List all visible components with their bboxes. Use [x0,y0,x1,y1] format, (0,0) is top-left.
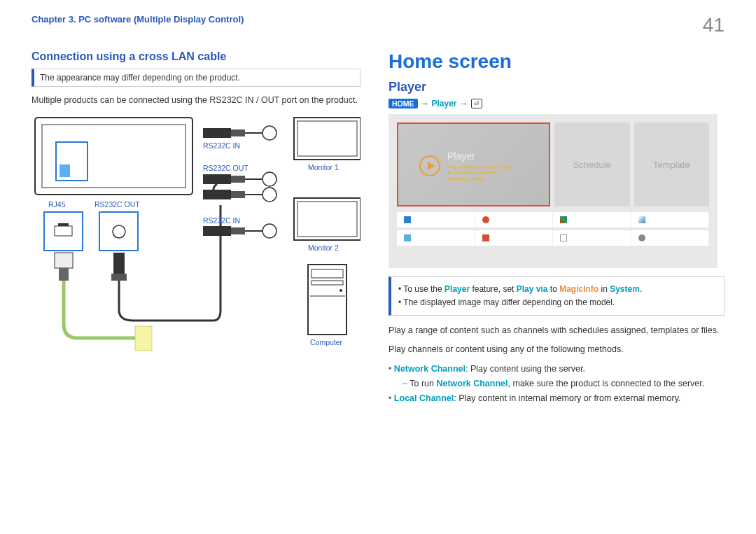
svg-point-38 [340,289,342,292]
home-button-icon: HOME [388,99,418,108]
svg-rect-32 [298,121,357,156]
player-tile: Player Play a variety of content, such a… [397,122,550,206]
connection-description: Multiple products can be connected using… [31,94,360,107]
icon-row-1 [397,212,709,227]
template-tile: Template [634,122,710,206]
svg-rect-35 [308,265,346,335]
svg-rect-6 [58,223,69,226]
player-note: • To use the Player feature, set Play vi… [388,276,724,316]
monitor2-label: Monitor 2 [308,244,339,252]
rs232c-in-label-1: RS232C IN [203,141,240,150]
svg-rect-12 [135,326,152,351]
svg-point-18 [262,126,276,140]
home-screen-screenshot: Player Play a variety of content, such a… [388,114,718,268]
icon-row-2 [397,230,709,246]
monitor1-label: Monitor 1 [308,163,339,171]
svg-rect-19 [203,174,231,184]
svg-rect-14 [111,274,127,281]
svg-rect-3 [59,164,70,177]
page-number: 41 [703,14,724,36]
player-tile-title: Player [447,150,475,162]
channel-bullets: Network Channel: Play content using the … [388,362,724,407]
svg-rect-20 [231,176,245,183]
svg-point-26 [262,188,276,202]
section-title-connection: Connection using a cross LAN cable [31,50,360,63]
svg-rect-9 [55,253,73,268]
svg-rect-27 [203,226,231,236]
connection-diagram: RJ45 RS232C OUT RS232C IN RS232C OUT RS2… [31,114,360,394]
svg-rect-28 [231,227,245,234]
svg-rect-5 [55,226,72,236]
svg-rect-34 [298,202,357,237]
svg-rect-24 [231,191,245,198]
path-player: Player [432,99,457,108]
rs232c-out-label-2: RS232C OUT [203,164,248,172]
player-description-2: Play channels or content using any of th… [388,343,724,356]
svg-point-8 [113,225,125,238]
network-channel-label: Network Channel [394,364,465,374]
play-icon [419,155,440,176]
navigation-path: HOME → Player → ⏎ [388,99,724,108]
svg-rect-10 [59,268,69,281]
schedule-tile: Schedule [554,122,630,206]
home-screen-heading: Home screen [388,50,724,73]
enter-icon: ⏎ [471,99,482,108]
local-channel-label: Local Channel [394,393,454,403]
svg-rect-13 [113,253,125,274]
svg-rect-0 [35,118,192,195]
network-channel-sub: To run Network Channel, make sure the pr… [388,377,724,391]
arrow-icon: → [460,99,468,108]
svg-point-30 [262,224,276,238]
svg-point-22 [262,172,276,186]
diagram-svg [31,114,360,394]
rs232c-out-label: RS232C OUT [94,200,140,209]
rs232c-in-label-2: RS232C IN [203,216,240,225]
player-tile-desc: Play a variety of content, such as sched… [447,164,517,182]
computer-label: Computer [310,338,342,346]
chapter-title: Chapter 3. PC software (Multiple Display… [31,14,244,24]
rj45-label: RJ45 [48,200,66,209]
appearance-note: The appearance may differ depending on t… [31,69,360,87]
arrow-icon: → [421,99,429,108]
player-heading: Player [388,80,724,94]
svg-rect-16 [231,129,245,136]
player-description-1: Play a range of content such as channels… [388,324,724,337]
